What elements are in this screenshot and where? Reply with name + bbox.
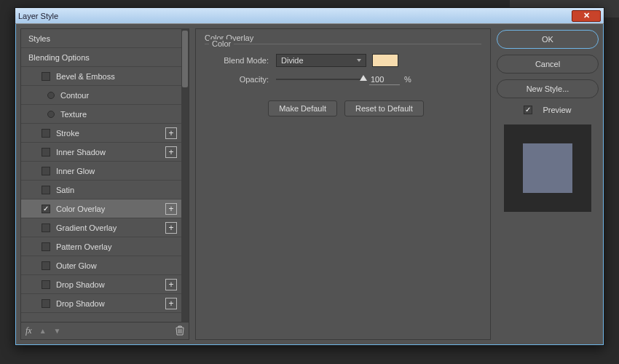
- add-effect-icon[interactable]: +: [165, 127, 177, 139]
- style-checkbox[interactable]: [42, 148, 50, 157]
- preview-checkbox[interactable]: [524, 106, 532, 114]
- style-row-stroke[interactable]: Stroke+: [21, 124, 181, 143]
- style-row-satin[interactable]: Satin: [21, 181, 181, 199]
- dialog-body: StylesBlending OptionsBevel & EmbossCont…: [15, 24, 604, 345]
- scrollbar-thumb[interactable]: [182, 31, 188, 87]
- style-label: Pattern Overlay: [56, 242, 111, 251]
- blend-mode-dropdown[interactable]: Divide: [276, 54, 366, 67]
- add-effect-icon[interactable]: +: [165, 279, 177, 290]
- style-label: Drop Shadow: [56, 280, 105, 289]
- styles-scroll: StylesBlending OptionsBevel & EmbossCont…: [20, 28, 189, 323]
- style-checkbox[interactable]: [42, 205, 50, 213]
- make-default-button[interactable]: Make Default: [268, 100, 337, 116]
- style-row-color-overlay[interactable]: Color Overlay+: [21, 199, 181, 218]
- style-radio[interactable]: [47, 92, 55, 99]
- opacity-unit: %: [404, 75, 411, 84]
- style-checkbox[interactable]: [42, 280, 50, 289]
- opacity-slider-thumb[interactable]: [360, 75, 367, 81]
- styles-panel: StylesBlending OptionsBevel & EmbossCont…: [20, 28, 189, 340]
- color-group: Color Blend Mode: Divide Opacity:: [205, 44, 481, 116]
- move-down-icon[interactable]: ▼: [54, 327, 61, 335]
- style-label: Stroke: [56, 129, 79, 138]
- style-checkbox[interactable]: [42, 261, 50, 270]
- style-label: Texture: [60, 110, 87, 119]
- add-effect-icon[interactable]: +: [165, 146, 177, 158]
- close-button[interactable]: ✕: [572, 10, 601, 22]
- style-row-inner-glow[interactable]: Inner Glow: [21, 162, 181, 181]
- style-row-drop-shadow[interactable]: Drop Shadow+: [21, 275, 181, 294]
- ok-button[interactable]: OK: [497, 30, 599, 49]
- action-panel: OK Cancel New Style... Preview: [497, 28, 599, 340]
- cancel-button[interactable]: Cancel: [497, 55, 599, 74]
- reset-default-button[interactable]: Reset to Default: [344, 100, 424, 116]
- style-label: Satin: [56, 186, 74, 194]
- new-style-button[interactable]: New Style...: [497, 79, 599, 98]
- opacity-label: Opacity:: [210, 75, 276, 84]
- style-checkbox[interactable]: [42, 167, 50, 175]
- style-label: Inner Shadow: [56, 148, 106, 157]
- style-row-styles[interactable]: Styles: [21, 29, 181, 48]
- group-legend: Color: [209, 39, 234, 48]
- style-label: Drop Shadow: [56, 299, 105, 308]
- layer-style-dialog: Layer Style ✕ StylesBlending OptionsBeve…: [15, 7, 604, 346]
- add-effect-icon[interactable]: +: [165, 298, 177, 309]
- preview-toggle[interactable]: Preview: [497, 106, 599, 114]
- style-row-drop-shadow[interactable]: Drop Shadow+: [21, 294, 181, 313]
- style-label: Styles: [28, 34, 50, 43]
- style-row-texture[interactable]: Texture: [21, 105, 181, 124]
- opacity-input[interactable]: [369, 74, 400, 85]
- move-up-icon[interactable]: ▲: [39, 327, 47, 335]
- opacity-slider[interactable]: [276, 79, 363, 80]
- style-label: Contour: [60, 91, 89, 100]
- style-label: Color Overlay: [56, 205, 105, 213]
- style-label: Blending Options: [28, 53, 90, 62]
- color-swatch[interactable]: [372, 54, 398, 67]
- style-row-bevel-emboss[interactable]: Bevel & Emboss: [21, 67, 181, 86]
- preview-label: Preview: [543, 106, 571, 114]
- style-checkbox[interactable]: [42, 186, 50, 194]
- add-effect-icon[interactable]: +: [165, 222, 177, 234]
- panel-title: Color Overlay: [205, 33, 481, 42]
- style-checkbox[interactable]: [42, 223, 50, 232]
- options-panel: Color Overlay Color Blend Mode: Divide O…: [195, 28, 491, 340]
- blend-mode-label: Blend Mode:: [210, 56, 276, 65]
- titlebar[interactable]: Layer Style ✕: [15, 8, 604, 24]
- style-checkbox[interactable]: [42, 299, 50, 308]
- style-radio[interactable]: [47, 111, 55, 118]
- preview-swatch: [523, 143, 572, 193]
- close-icon: ✕: [583, 11, 590, 20]
- style-label: Gradient Overlay: [56, 223, 117, 232]
- style-label: Outer Glow: [56, 261, 97, 270]
- style-row-contour[interactable]: Contour: [21, 86, 181, 105]
- style-label: Inner Glow: [56, 167, 95, 175]
- trash-icon[interactable]: [176, 325, 184, 337]
- add-effect-icon[interactable]: +: [165, 203, 177, 215]
- dialog-title: Layer Style: [18, 12, 58, 20]
- style-row-gradient-overlay[interactable]: Gradient Overlay+: [21, 218, 181, 237]
- styles-footer: fx ▲ ▼: [20, 323, 189, 340]
- style-row-inner-shadow[interactable]: Inner Shadow+: [21, 143, 181, 162]
- style-checkbox[interactable]: [42, 72, 50, 81]
- blend-mode-value: Divide: [281, 56, 304, 65]
- style-row-blending-options[interactable]: Blending Options: [21, 48, 181, 67]
- style-checkbox[interactable]: [42, 242, 50, 251]
- preview-box: [504, 124, 591, 212]
- styles-list: StylesBlending OptionsBevel & EmbossCont…: [21, 29, 181, 322]
- style-checkbox[interactable]: [42, 129, 50, 138]
- scrollbar[interactable]: [181, 29, 189, 322]
- style-row-outer-glow[interactable]: Outer Glow: [21, 256, 181, 275]
- fx-label: fx: [25, 325, 32, 336]
- style-label: Bevel & Emboss: [56, 72, 115, 81]
- style-row-pattern-overlay[interactable]: Pattern Overlay: [21, 237, 181, 256]
